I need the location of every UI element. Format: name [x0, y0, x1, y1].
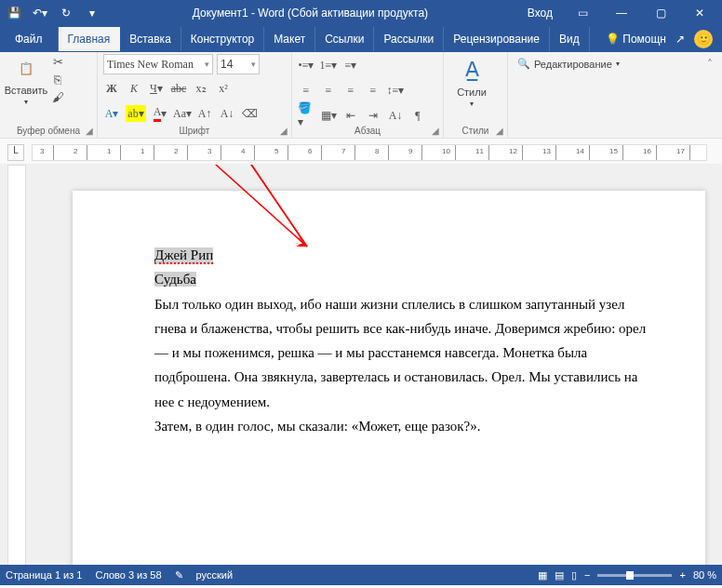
clear-formatting-button[interactable]: ⌫ [241, 105, 258, 122]
subscript-button[interactable]: x₂ [193, 80, 209, 97]
page-content[interactable]: Джей Рип Судьба Был только один выход, и… [154, 243, 659, 438]
dec-indent-button[interactable]: ⇤ [342, 107, 359, 124]
line-spacing-button[interactable]: ↕≡▾ [387, 82, 404, 99]
clipboard-icon: 📋 [11, 54, 41, 83]
font-launcher[interactable]: ◢ [278, 125, 289, 136]
tab-file[interactable]: Файл [0, 27, 59, 51]
group-clipboard-label: Буфер обмена [0, 126, 97, 136]
ribbon-options-icon[interactable]: ▭ [564, 0, 601, 26]
chevron-down-icon: ▾ [202, 60, 209, 69]
shading-button[interactable]: 🪣▾ [298, 107, 314, 124]
redo-icon[interactable]: ↻ [56, 3, 76, 23]
highlight-button[interactable]: ab▾ [126, 105, 146, 122]
paste-button[interactable]: 📋 Вставить ▾ [6, 54, 47, 106]
window-title: Документ1 - Word (Сбой активации продукт… [102, 7, 518, 20]
tab-mailings[interactable]: Рассылки [374, 27, 444, 51]
vertical-ruler[interactable] [7, 165, 26, 565]
collapse-ribbon-icon[interactable]: ˄ [698, 52, 722, 138]
text-line-1[interactable]: Джей Рип [154, 247, 213, 264]
text-last-line[interactable]: Затем, в один голос, мы сказали: «Может,… [154, 414, 659, 438]
sign-in-link[interactable]: Вход [518, 7, 562, 20]
format-painter-icon[interactable]: 🖌 [50, 89, 65, 104]
italic-button[interactable]: К [126, 80, 142, 97]
underline-button[interactable]: Ч▾ [148, 80, 165, 97]
maximize-button[interactable]: ▢ [642, 0, 679, 26]
tab-view[interactable]: Вид [550, 27, 590, 51]
justify-button[interactable]: ≡ [365, 82, 381, 99]
tab-insert[interactable]: Вставка [120, 27, 181, 51]
ribbon-tabs: Файл Главная Вставка Конструктор Макет С… [0, 26, 722, 52]
align-right-button[interactable]: ≡ [342, 82, 359, 99]
zoom-in-button[interactable]: + [679, 569, 685, 581]
horizontal-ruler[interactable]: L 3211234567891011121314151617 [0, 139, 722, 165]
feedback-icon[interactable]: 🙂 [694, 30, 713, 48]
zoom-level[interactable]: 80 % [693, 569, 716, 581]
group-paragraph-label: Абзац [292, 126, 443, 136]
zoom-out-button[interactable]: − [584, 569, 590, 581]
shrink-font-button[interactable]: A↓ [219, 105, 235, 122]
minimize-button[interactable]: — [603, 0, 640, 26]
status-words[interactable]: Слово 3 из 58 [95, 569, 161, 581]
change-case-button[interactable]: Aa▾ [174, 105, 191, 122]
ribbon: 📋 Вставить ▾ ✂ ⎘ 🖌 Буфер обмена ◢ Times … [0, 52, 722, 139]
web-layout-icon[interactable]: ▯ [571, 569, 577, 581]
styles-button[interactable]: A̲ Стили ▾ [449, 54, 494, 108]
save-icon[interactable]: 💾 [4, 3, 24, 23]
styles-launcher[interactable]: ◢ [494, 125, 505, 136]
multilevel-button[interactable]: ≡▾ [342, 57, 359, 74]
editing-button[interactable]: 🔍 Редактирование ▾ [514, 54, 625, 74]
text-paragraph[interactable]: Был только один выход, ибо наши жизни сп… [154, 292, 659, 414]
grow-font-button[interactable]: A↑ [196, 105, 213, 122]
search-icon: 🔍 [517, 58, 530, 70]
status-language[interactable]: русский [196, 569, 233, 581]
status-page[interactable]: Страница 1 из 1 [6, 569, 82, 581]
bold-button[interactable]: Ж [103, 80, 120, 97]
page[interactable]: Джей Рип Судьба Был только один выход, и… [73, 191, 705, 565]
text-effects-button[interactable]: A▾ [103, 105, 120, 122]
clipboard-launcher[interactable]: ◢ [84, 125, 95, 136]
read-mode-icon[interactable]: ▦ [538, 569, 547, 581]
superscript-button[interactable]: x² [215, 80, 232, 97]
font-size-input[interactable]: 14▾ [217, 54, 260, 74]
help-bulb-icon[interactable]: 💡 Помощн [606, 33, 666, 46]
tab-review[interactable]: Рецензирование [444, 27, 550, 51]
strikethrough-button[interactable]: abc [170, 80, 187, 97]
qat-customize-icon[interactable]: ▾ [82, 3, 102, 23]
inc-indent-button[interactable]: ⇥ [365, 107, 381, 124]
zoom-slider[interactable] [597, 574, 672, 577]
align-left-button[interactable]: ≡ [298, 82, 314, 99]
cut-icon[interactable]: ✂ [50, 54, 65, 69]
undo-icon[interactable]: ↶▾ [30, 3, 50, 23]
proofing-icon[interactable]: ✎ [175, 569, 183, 581]
show-marks-button[interactable]: ¶ [409, 107, 426, 124]
tab-layout[interactable]: Макет [264, 27, 315, 51]
borders-button[interactable]: ▦▾ [320, 107, 337, 124]
chevron-down-icon: ▾ [248, 60, 256, 69]
paragraph-launcher[interactable]: ◢ [430, 125, 441, 136]
status-bar: Страница 1 из 1 Слово 3 из 58 ✎ русский … [0, 565, 722, 585]
font-name-input[interactable]: Times New Roman▾ [103, 54, 213, 74]
close-button[interactable]: ✕ [681, 0, 718, 26]
sort-button[interactable]: A↓ [387, 107, 404, 124]
tab-design[interactable]: Конструктор [181, 27, 264, 51]
styles-icon: A̲ [457, 55, 487, 85]
font-color-button[interactable]: A▾ [152, 105, 168, 122]
print-layout-icon[interactable]: ▤ [555, 569, 564, 581]
group-font-label: Шрифт [98, 126, 291, 136]
document-area: Джей Рип Судьба Был только один выход, и… [0, 165, 722, 565]
tab-selector[interactable]: L [7, 144, 24, 161]
numbering-button[interactable]: 1≡▾ [320, 57, 337, 74]
text-line-2[interactable]: Судьба [154, 272, 196, 287]
tab-references[interactable]: Ссылки [315, 27, 374, 51]
tab-home[interactable]: Главная [59, 27, 121, 51]
share-icon[interactable]: ↗ [675, 33, 685, 46]
bullets-button[interactable]: •≡▾ [298, 57, 314, 74]
align-center-button[interactable]: ≡ [320, 82, 337, 99]
copy-icon[interactable]: ⎘ [50, 72, 65, 87]
title-bar: 💾 ↶▾ ↻ ▾ Документ1 - Word (Сбой активаци… [0, 0, 722, 26]
